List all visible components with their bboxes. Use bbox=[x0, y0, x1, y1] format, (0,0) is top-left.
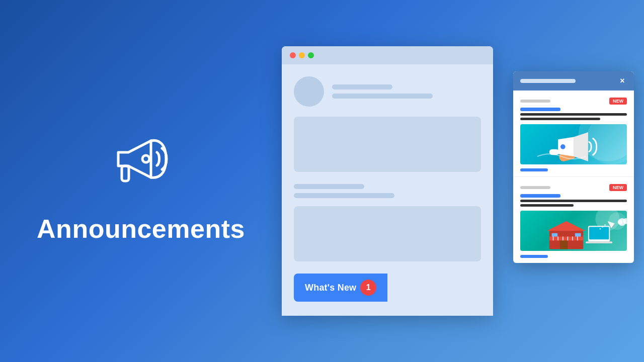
store-illustration bbox=[520, 211, 627, 251]
popup-link-2[interactable] bbox=[520, 255, 548, 258]
post-title-line bbox=[294, 184, 364, 189]
svg-point-1 bbox=[142, 155, 149, 162]
popup-blue-line-2 bbox=[520, 194, 560, 198]
popup-item-2-small-line bbox=[520, 186, 550, 189]
svg-rect-24 bbox=[586, 241, 612, 243]
popup-dark-line-1a bbox=[520, 113, 627, 116]
popup-tag-2: NEW bbox=[609, 184, 627, 191]
page-title: Announcements bbox=[37, 214, 245, 244]
whats-new-button[interactable]: What's New 1 bbox=[294, 274, 387, 302]
dot-yellow[interactable] bbox=[299, 52, 305, 58]
dot-red[interactable] bbox=[290, 52, 296, 58]
popup-item-2-header: NEW bbox=[520, 184, 627, 191]
popup-link-1[interactable] bbox=[520, 168, 548, 171]
profile-area bbox=[294, 76, 481, 107]
browser-body: What's New 1 bbox=[282, 64, 493, 316]
popup-illustration-2 bbox=[520, 211, 627, 251]
browser-titlebar bbox=[282, 46, 493, 64]
popup-panel: × NEW bbox=[513, 71, 634, 263]
second-post bbox=[294, 184, 481, 261]
popup-lines-2 bbox=[520, 194, 627, 207]
close-icon[interactable]: × bbox=[618, 76, 627, 85]
avatar bbox=[294, 76, 324, 107]
popup-illustration-1 bbox=[520, 124, 627, 164]
popup-dark-line-2b bbox=[520, 204, 574, 207]
dot-green[interactable] bbox=[308, 52, 314, 58]
popup-tag-1: NEW bbox=[609, 98, 627, 105]
svg-rect-23 bbox=[589, 227, 609, 239]
svg-point-7 bbox=[560, 144, 566, 149]
right-panel: What's New 1 × bbox=[282, 46, 644, 316]
svg-point-31 bbox=[602, 226, 603, 228]
popup-item-1-small-line bbox=[520, 100, 550, 103]
svg-point-32 bbox=[600, 228, 601, 230]
post-lines bbox=[294, 184, 481, 198]
svg-rect-15 bbox=[549, 237, 583, 241]
popup-header: × bbox=[513, 71, 634, 90]
svg-rect-0 bbox=[122, 166, 129, 181]
svg-marker-4 bbox=[558, 137, 574, 157]
whats-new-label: What's New bbox=[305, 283, 356, 293]
popup-item-1: NEW bbox=[513, 90, 634, 177]
popup-item-1-header: NEW bbox=[520, 98, 627, 105]
popup-header-bar bbox=[520, 79, 576, 83]
svg-rect-12 bbox=[560, 239, 568, 249]
content-card-2 bbox=[294, 206, 481, 261]
close-label: × bbox=[620, 76, 624, 85]
profile-name-line bbox=[332, 84, 392, 89]
popup-dark-line-2a bbox=[520, 200, 627, 202]
popup-blue-line-1 bbox=[520, 108, 560, 111]
svg-marker-5 bbox=[574, 132, 588, 161]
left-panel: Announcements bbox=[0, 88, 282, 274]
popup-lines-1 bbox=[520, 108, 627, 120]
post-body-line bbox=[294, 193, 394, 198]
popup-dark-line-1b bbox=[520, 118, 600, 120]
megaphone-illustration bbox=[520, 124, 627, 164]
profile-detail-line bbox=[332, 94, 433, 99]
notification-badge: 1 bbox=[360, 280, 376, 296]
whats-new-bar: What's New 1 bbox=[294, 274, 481, 316]
profile-lines bbox=[332, 84, 433, 99]
popup-item-2: NEW bbox=[513, 177, 634, 263]
svg-point-30 bbox=[604, 224, 606, 226]
svg-marker-11 bbox=[547, 221, 586, 231]
content-card-1 bbox=[294, 117, 481, 172]
browser-window: What's New 1 bbox=[282, 46, 493, 316]
notification-count: 1 bbox=[366, 283, 371, 292]
megaphone-icon bbox=[101, 118, 181, 199]
svg-point-29 bbox=[618, 220, 623, 225]
scene: Announcements bbox=[0, 0, 644, 362]
